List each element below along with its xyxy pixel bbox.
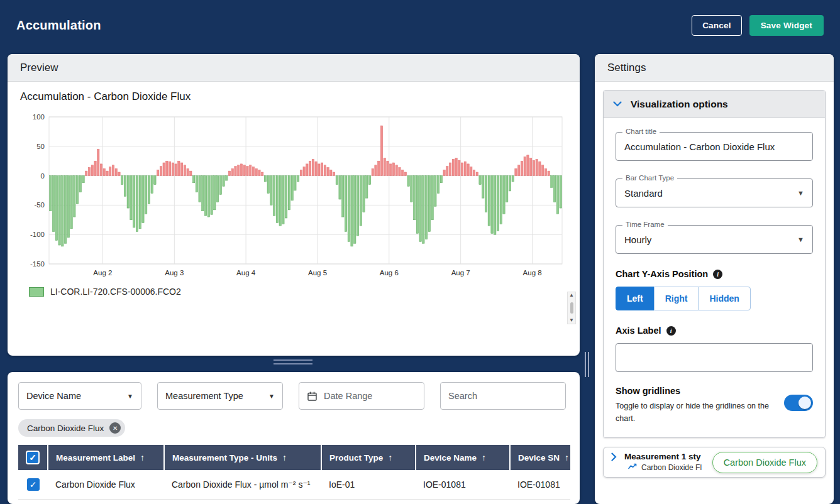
- column-device-name[interactable]: Device Name↑: [416, 445, 510, 470]
- visualization-options-title: Visualization options: [631, 99, 728, 110]
- y-axis-position-label: Chart Y-Axis Position: [616, 269, 708, 279]
- sort-asc-icon[interactable]: ↑: [140, 452, 145, 463]
- table-header-row: ✓ Measurement Label↑ Measurement Type - …: [18, 445, 570, 470]
- bar-chart-type-label: Bar Chart Type: [622, 174, 677, 182]
- cell-measurement-label: Carbon Dioxide Flux: [48, 470, 164, 500]
- column-measurement-type-units[interactable]: Measurement Type - Units↑: [164, 445, 321, 470]
- scroll-up-icon[interactable]: ▲: [569, 293, 574, 298]
- bar-chart-type-select[interactable]: Bar Chart Type Standard ▼: [616, 178, 813, 207]
- chip-remove-icon[interactable]: ✕: [109, 422, 121, 434]
- calendar-icon: [307, 391, 318, 402]
- date-range-placeholder: Date Range: [324, 391, 372, 401]
- svg-text:-100: -100: [30, 231, 45, 238]
- active-filter-chip: Carbon Dioxide Flux ✕: [18, 419, 125, 437]
- table-row[interactable]: ✓ Carbon Dioxide Flux Carbon Dioxide Flu…: [18, 470, 570, 500]
- legend-scrollbar[interactable]: ▲ ▼: [567, 292, 576, 324]
- settings-panel: Settings Visualization options Chart tit…: [595, 54, 834, 504]
- chart-title-field[interactable]: Chart title: [616, 132, 813, 161]
- horizontal-resize-handle[interactable]: [274, 359, 312, 367]
- info-icon[interactable]: i: [713, 270, 722, 279]
- chevron-down-icon[interactable]: [613, 101, 622, 107]
- measurement-section-subtitle: Carbon Dioxide Fl: [641, 463, 702, 472]
- cell-device-name: IOE-01081: [416, 470, 510, 500]
- toggle-knob: [799, 397, 811, 409]
- select-all-checkbox[interactable]: ✓: [26, 451, 39, 464]
- axis-label-field[interactable]: [616, 343, 813, 372]
- page-title: Accumulation: [16, 18, 101, 33]
- y-axis-position-button-group: Left Right Hidden: [616, 287, 813, 310]
- active-filter-chip-label: Carbon Dioxide Flux: [27, 424, 104, 433]
- measurement-type-select[interactable]: Measurement Type ▼: [157, 382, 283, 410]
- top-bar: Accumulation Cancel Save Widget: [0, 0, 840, 50]
- measurement-section-title: Measurement 1 sty: [624, 452, 701, 461]
- search-field[interactable]: [440, 382, 566, 410]
- svg-text:-50: -50: [34, 201, 45, 209]
- measurement-selection-panel: Device Name ▼ Measurement Type ▼ Date Ra…: [8, 372, 580, 504]
- svg-text:-150: -150: [30, 260, 45, 268]
- accumulation-bar-chart: 100500-50-100-150Aug 2Aug 3Aug 4Aug 5Aug…: [20, 112, 568, 280]
- measurement-type-select-label: Measurement Type: [165, 391, 243, 401]
- svg-text:Aug 4: Aug 4: [236, 269, 256, 277]
- y-axis-hidden-button[interactable]: Hidden: [698, 287, 750, 310]
- chevron-down-icon: ▼: [797, 236, 804, 243]
- axis-label-input[interactable]: [624, 353, 804, 363]
- show-gridlines-toggle[interactable]: [784, 395, 813, 411]
- sort-asc-icon[interactable]: ↑: [565, 452, 569, 463]
- preview-panel: Preview Accumulation - Carbon Dioxide Fl…: [8, 54, 580, 356]
- chart-title-field-label: Chart title: [622, 128, 660, 135]
- measurements-table: ✓ Measurement Label↑ Measurement Type - …: [18, 445, 570, 500]
- device-name-select-label: Device Name: [26, 391, 81, 401]
- svg-text:Aug 8: Aug 8: [523, 269, 542, 277]
- svg-text:Aug 5: Aug 5: [308, 269, 327, 277]
- search-input[interactable]: [448, 391, 558, 401]
- visualization-options-header[interactable]: Visualization options: [604, 90, 825, 118]
- legend-swatch: [29, 287, 44, 297]
- svg-text:Aug 2: Aug 2: [93, 269, 112, 277]
- info-icon[interactable]: i: [666, 326, 676, 336]
- settings-panel-header: Settings: [595, 54, 834, 82]
- axis-label-label: Axis Label: [616, 326, 661, 336]
- time-frame-label: Time Frame: [622, 221, 668, 228]
- cancel-button[interactable]: Cancel: [692, 15, 741, 36]
- column-measurement-label[interactable]: Measurement Label↑: [48, 445, 164, 470]
- chevron-down-icon: ▼: [127, 393, 133, 400]
- column-product-type[interactable]: Product Type↑: [321, 445, 416, 470]
- column-device-sn[interactable]: Device SN↑: [510, 445, 570, 470]
- vertical-resize-handle[interactable]: [585, 352, 589, 377]
- sort-asc-icon[interactable]: ↑: [388, 452, 392, 463]
- chevron-right-icon[interactable]: [611, 452, 617, 461]
- chevron-down-icon: ▼: [797, 189, 804, 197]
- time-frame-value: Hourly: [624, 234, 797, 245]
- scroll-down-icon[interactable]: ▼: [569, 318, 574, 323]
- show-gridlines-label: Show gridlines: [616, 386, 784, 396]
- show-gridlines-description: Toggle to display or hide the gridlines …: [616, 400, 784, 425]
- cell-measurement-type-units: Carbon Dioxide Flux - µmol m⁻² s⁻¹: [164, 470, 321, 500]
- date-range-input[interactable]: Date Range: [299, 382, 424, 410]
- preview-panel-header: Preview: [8, 54, 580, 82]
- chart-title: Accumulation - Carbon Dioxide Flux: [20, 90, 568, 103]
- sort-asc-icon[interactable]: ↑: [482, 452, 486, 463]
- chart-title-input[interactable]: [624, 141, 804, 152]
- measurement-chip[interactable]: Carbon Dioxide Flux: [712, 452, 817, 473]
- measurement-1-style-section[interactable]: Measurement 1 sty Carbon Dioxide Fl Carb…: [603, 447, 826, 478]
- svg-text:50: 50: [36, 143, 45, 150]
- svg-text:Aug 7: Aug 7: [451, 269, 470, 277]
- y-axis-left-button[interactable]: Left: [616, 287, 655, 310]
- svg-text:100: 100: [33, 113, 45, 121]
- device-name-select[interactable]: Device Name ▼: [18, 382, 141, 410]
- cell-product-type: IoE-01: [321, 470, 416, 500]
- svg-text:Aug 6: Aug 6: [380, 269, 399, 277]
- bar-chart-type-value: Standard: [624, 188, 797, 199]
- cell-device-sn: IOE-01081: [510, 470, 570, 500]
- y-axis-right-button[interactable]: Right: [654, 287, 699, 310]
- line-chart-icon: [628, 463, 637, 472]
- scroll-thumb[interactable]: [570, 302, 573, 314]
- row-checkbox[interactable]: ✓: [27, 478, 40, 491]
- svg-text:Aug 3: Aug 3: [165, 269, 184, 277]
- chevron-down-icon: ▼: [268, 393, 275, 400]
- sort-asc-icon[interactable]: ↑: [282, 452, 287, 463]
- time-frame-select[interactable]: Time Frame Hourly ▼: [616, 225, 813, 254]
- legend-label: LI-COR.LI-720.CFS-00006.FCO2: [50, 287, 181, 297]
- svg-text:0: 0: [41, 172, 45, 180]
- save-widget-button[interactable]: Save Widget: [749, 15, 824, 36]
